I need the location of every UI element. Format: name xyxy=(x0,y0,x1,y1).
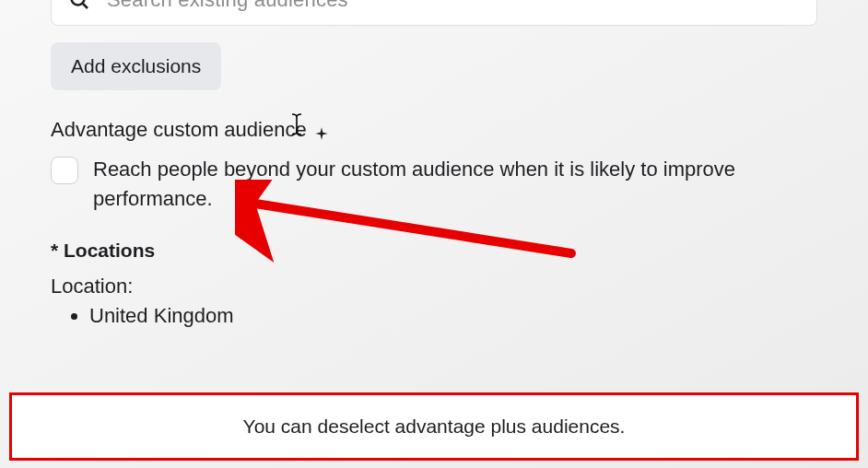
location-label: Location: xyxy=(51,275,817,298)
search-audiences-input[interactable]: Search existing audiences xyxy=(51,0,817,26)
advantage-title-text: Advantage custom audience xyxy=(51,118,307,142)
location-item: United Kingdom xyxy=(89,304,817,328)
advantage-custom-audience-checkbox[interactable] xyxy=(51,157,78,184)
location-list: United Kingdom xyxy=(51,304,817,328)
locations-header: * Locations xyxy=(51,240,817,262)
add-exclusions-button[interactable]: Add exclusions xyxy=(51,42,221,90)
sparkle-icon xyxy=(314,123,329,137)
search-icon xyxy=(68,0,90,11)
svg-line-1 xyxy=(83,4,88,8)
annotation-callout: You can deselect advantage plus audience… xyxy=(9,392,859,461)
callout-text: You can deselect advantage plus audience… xyxy=(30,415,838,438)
search-placeholder: Search existing audiences xyxy=(107,0,348,12)
advantage-custom-audience-title: Advantage custom audience xyxy=(51,118,817,142)
advantage-description: Reach people beyond your custom audience… xyxy=(93,155,817,214)
